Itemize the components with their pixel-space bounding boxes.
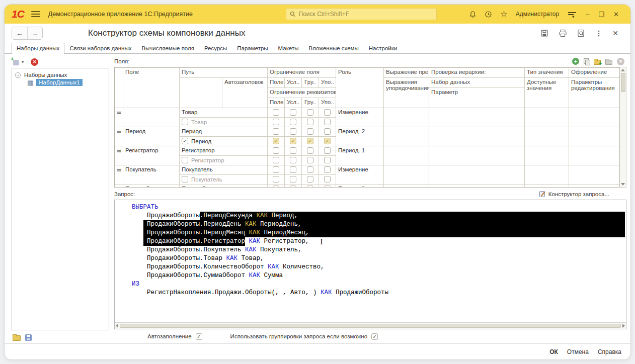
query-line[interactable]: ПродажиОбороты.Товар КАК Товар, [132, 254, 625, 263]
restr-checkbox-cell[interactable] [302, 127, 319, 137]
restriction-checkbox[interactable] [324, 138, 331, 144]
path-cell[interactable]: ПериодДень [180, 185, 268, 188]
restr-checkbox-cell[interactable] [285, 175, 302, 185]
restriction-checkbox[interactable] [324, 176, 331, 183]
restriction-checkbox[interactable] [290, 186, 296, 188]
path-cell[interactable]: Период [180, 127, 268, 137]
restriction-checkbox[interactable] [324, 166, 331, 173]
restriction-checkbox[interactable] [273, 109, 279, 116]
back-button[interactable]: ← [12, 27, 27, 39]
move-to-group-button[interactable] [605, 60, 612, 65]
restr-checkbox-cell[interactable] [285, 185, 302, 188]
query-editor[interactable]: ВЫБРАТЬ ПродажиОбороты.ПериодСекунда КАК… [114, 200, 626, 329]
restr-checkbox-cell[interactable] [268, 146, 285, 156]
query-line[interactable]: РегистрНакопления.Продажи.Обороты(, , Ав… [132, 289, 625, 297]
main-menu-icon[interactable] [31, 10, 40, 19]
scroll-down-icon[interactable] [621, 183, 625, 186]
restriction-checkbox[interactable] [290, 109, 296, 116]
expression-cell[interactable] [384, 108, 429, 127]
restr-checkbox-cell[interactable] [268, 156, 285, 165]
delete-dataset-button[interactable]: ✕ [31, 58, 38, 66]
restriction-checkbox[interactable] [307, 109, 313, 116]
scroll-thumb[interactable] [120, 324, 621, 328]
tab-resources[interactable]: Ресурсы [199, 43, 232, 53]
restriction-checkbox[interactable] [324, 147, 331, 154]
role-cell[interactable]: Период. 2 [336, 127, 384, 146]
restriction-checkbox[interactable] [290, 119, 296, 125]
restr-checkbox-cell[interactable] [319, 137, 336, 146]
appearance-cell[interactable] [569, 146, 620, 165]
field-cell[interactable]: ПериодДень [123, 185, 180, 188]
restr-checkbox-cell[interactable] [285, 146, 302, 156]
restriction-checkbox[interactable] [324, 128, 331, 135]
restr-checkbox-cell[interactable] [285, 156, 302, 165]
query-line[interactable]: ПродажиОбороты.Покупатель КАК Покупатель… [132, 246, 625, 254]
restr-checkbox-cell[interactable] [302, 146, 319, 156]
restr-checkbox-cell[interactable] [268, 185, 285, 188]
row-drag-handle[interactable] [115, 165, 123, 185]
expression-cell[interactable] [384, 127, 429, 146]
appearance-cell[interactable] [569, 185, 620, 188]
role-cell[interactable]: Период. 3 [336, 185, 384, 188]
query-lines[interactable]: ВЫБРАТЬ ПродажиОбороты.ПериодСекунда КАК… [115, 200, 626, 322]
restr-checkbox-cell[interactable] [268, 165, 285, 175]
restriction-checkbox[interactable] [307, 128, 313, 135]
hierarchy-cell[interactable] [429, 146, 525, 165]
row-drag-handle[interactable] [115, 108, 123, 127]
query-line[interactable]: ПродажиОбороты.Регистратор КАК Регистрат… [132, 237, 625, 246]
restr-checkbox-cell[interactable] [319, 165, 336, 175]
autoheader-cell[interactable]: Период [180, 137, 268, 146]
restr-checkbox-cell[interactable] [319, 108, 336, 118]
value-type-cell[interactable] [525, 146, 569, 165]
current-user[interactable]: Администратор [516, 11, 560, 18]
tab-parameters[interactable]: Параметры [232, 43, 273, 53]
row-drag-handle[interactable] [115, 146, 123, 165]
restriction-checkbox[interactable] [307, 138, 313, 144]
restriction-checkbox[interactable] [307, 176, 313, 183]
restriction-checkbox[interactable] [273, 186, 279, 188]
restriction-checkbox[interactable] [307, 119, 313, 125]
query-line[interactable]: ПродажиОбороты.СуммаОборот КАК Сумма [132, 271, 625, 280]
restriction-checkbox[interactable] [273, 119, 279, 125]
save-schema-icon[interactable] [25, 334, 32, 341]
field-cell[interactable]: Товар [123, 108, 180, 127]
search-input[interactable] [299, 11, 433, 18]
hierarchy-cell[interactable] [429, 165, 525, 185]
restr-checkbox-cell[interactable] [285, 165, 302, 175]
expression-cell[interactable] [384, 165, 429, 185]
collapse-icon[interactable] [15, 72, 21, 78]
restriction-checkbox[interactable] [273, 166, 279, 173]
close-form-icon[interactable]: ✕ [612, 29, 618, 37]
tab-settings[interactable]: Настройки [364, 43, 402, 53]
value-type-cell[interactable] [525, 185, 569, 188]
expression-cell[interactable] [384, 146, 429, 165]
service-menu-icon[interactable]: ▼ [568, 11, 576, 17]
restr-checkbox-cell[interactable] [268, 108, 285, 118]
restr-checkbox-cell[interactable] [268, 127, 285, 137]
value-type-cell[interactable] [525, 165, 569, 185]
add-field-button[interactable]: + [572, 58, 579, 65]
minimize-button[interactable]: – [586, 11, 589, 18]
restr-checkbox-cell[interactable] [302, 137, 319, 146]
restriction-checkbox[interactable] [273, 176, 279, 183]
restriction-checkbox[interactable] [290, 147, 296, 154]
tab-templates[interactable]: Макеты [273, 43, 304, 53]
query-line[interactable]: ПродажиОбороты.ПериодСекунда КАК Период, [132, 212, 625, 220]
value-type-cell[interactable] [525, 108, 569, 127]
table-vertical-scrollbar[interactable] [620, 67, 626, 188]
close-window-button[interactable]: ✕ [613, 11, 619, 18]
restr-checkbox-cell[interactable] [285, 127, 302, 137]
restr-checkbox-cell[interactable] [268, 137, 285, 146]
field-cell[interactable]: Период [123, 127, 180, 146]
forward-button[interactable]: → [27, 27, 42, 39]
query-line[interactable]: ВЫБРАТЬ [132, 203, 625, 212]
autoheader-cell[interactable]: Покупатель [180, 175, 268, 185]
autoheader-checkbox[interactable] [182, 176, 188, 183]
tab-calculated-fields[interactable]: Вычисляемые поля [136, 43, 199, 53]
restr-checkbox-cell[interactable] [319, 118, 336, 127]
cancel-button[interactable]: Отмена [567, 348, 589, 355]
more-actions-icon[interactable]: ⋮ [595, 29, 602, 37]
restr-checkbox-cell[interactable] [319, 146, 336, 156]
path-cell[interactable]: Регистратор [180, 146, 268, 156]
add-dataset-button[interactable]: +▦▼ [13, 58, 25, 65]
